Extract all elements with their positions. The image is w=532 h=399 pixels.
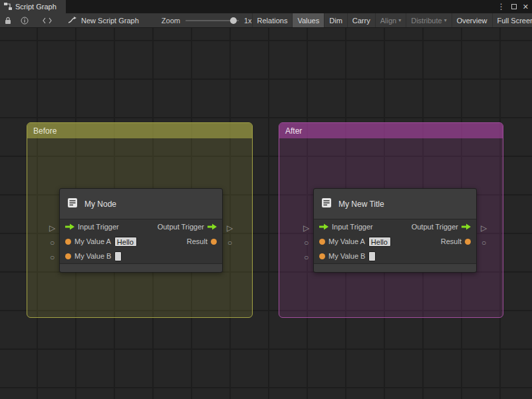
output-trigger-label: Output Trigger — [158, 223, 204, 231]
distribute-button: Distribute ▾ — [406, 13, 451, 27]
carry-button[interactable]: Carry — [347, 13, 375, 27]
align-label: Align — [380, 17, 396, 25]
code-icon[interactable] — [33, 13, 61, 27]
my-value-a-input[interactable]: Hello — [368, 237, 391, 247]
my-value-b-label: My Value B — [329, 252, 365, 260]
port-row-value-a: My Value A Hello Result — [314, 234, 476, 249]
kebab-menu-icon[interactable]: ⋮ — [497, 2, 505, 11]
fullscreen-button[interactable]: Full Screen — [492, 13, 532, 27]
graph-name-label: New Script Graph — [81, 17, 139, 25]
group-after-header[interactable]: After — [279, 123, 503, 138]
input-trigger-port: Input Trigger — [319, 223, 373, 231]
port-row-value-b: My Value B — [60, 249, 222, 263]
group-before-header[interactable]: Before — [27, 123, 252, 138]
group-before[interactable]: Before My Node Input Trigger — [27, 122, 253, 318]
result-label: Result — [441, 237, 462, 245]
script-graph-asset-icon — [68, 16, 77, 25]
graph-canvas[interactable]: Before My Node Input Trigger — [0, 28, 532, 399]
close-icon[interactable]: ✕ — [523, 3, 529, 11]
graph-name: New Script Graph — [61, 16, 146, 25]
node-body: Input Trigger Output Trigger My Value A … — [60, 219, 222, 263]
my-value-b-input[interactable] — [368, 251, 376, 261]
lock-icon[interactable] — [0, 13, 16, 27]
value-port-icon[interactable] — [319, 253, 325, 259]
output-trigger-connector[interactable]: ▷ — [225, 223, 235, 233]
maximize-icon[interactable] — [511, 4, 517, 9]
my-value-b-label: My Value B — [74, 252, 111, 260]
info-icon[interactable] — [16, 13, 33, 27]
overview-button[interactable]: Overview — [452, 13, 492, 27]
result-connector[interactable]: ○ — [479, 238, 489, 247]
window-controls: ⋮ ✕ — [497, 0, 529, 13]
output-trigger-port: Output Trigger — [412, 223, 471, 231]
node-title: My New Title — [338, 200, 384, 209]
port-row-value-a: My Value A Hello Result — [60, 234, 222, 249]
group-after[interactable]: After My New Title Input Trigger — [279, 122, 503, 318]
distribute-label: Distribute — [411, 17, 442, 25]
my-value-a-connector[interactable]: ○ — [47, 238, 57, 247]
values-button[interactable]: Values — [292, 13, 324, 27]
node-footer — [60, 263, 222, 272]
my-value-a-port: My Value A Hello — [65, 237, 137, 247]
zoom-label: Zoom — [162, 17, 180, 25]
value-port-icon[interactable] — [465, 239, 471, 245]
my-value-b-connector[interactable]: ○ — [301, 253, 311, 262]
relations-button[interactable]: Relations — [252, 13, 293, 27]
my-value-a-label: My Value A — [74, 237, 111, 245]
result-port: Result — [441, 237, 471, 245]
my-value-a-label: My Value A — [329, 237, 365, 245]
script-graph-tab-icon — [4, 3, 12, 11]
zoom-value: 1x — [244, 17, 252, 25]
my-value-b-port: My Value B — [65, 251, 122, 261]
my-value-a-connector[interactable]: ○ — [301, 238, 311, 247]
my-value-a-input[interactable]: Hello — [114, 237, 137, 247]
zoom-slider[interactable] — [186, 20, 239, 21]
port-row-value-b: My Value B — [314, 249, 476, 263]
node-body: Input Trigger Output Trigger My Value A … — [314, 219, 476, 263]
node-footer — [314, 263, 476, 272]
carry-label: Carry — [352, 17, 370, 25]
node-header[interactable]: My Node — [60, 189, 222, 219]
input-trigger-label: Input Trigger — [332, 223, 373, 231]
my-value-a-port: My Value A Hello — [319, 237, 391, 247]
dim-button[interactable]: Dim — [324, 13, 347, 27]
zoom-slider-handle[interactable] — [230, 17, 237, 24]
tab-bar: Script Graph ⋮ ✕ — [0, 0, 532, 13]
output-trigger-label: Output Trigger — [412, 223, 458, 231]
node-header[interactable]: My New Title — [314, 189, 476, 219]
node-title: My Node — [84, 200, 116, 209]
my-value-b-input[interactable] — [114, 251, 122, 261]
chevron-down-icon: ▾ — [398, 17, 401, 23]
my-value-b-port: My Value B — [319, 251, 376, 261]
zoom-control: Zoom 1x — [162, 17, 252, 25]
port-row-triggers: Input Trigger Output Trigger — [314, 219, 476, 234]
toolbar-view-buttons: Relations Values Dim Carry Align ▾ Distr… — [252, 13, 532, 27]
overview-label: Overview — [457, 17, 487, 25]
relations-label: Relations — [257, 17, 288, 25]
align-button: Align ▾ — [375, 13, 406, 27]
output-trigger-connector[interactable]: ▷ — [479, 223, 489, 233]
result-label: Result — [187, 237, 207, 245]
my-value-b-connector[interactable]: ○ — [47, 253, 57, 262]
output-trigger-port: Output Trigger — [158, 223, 217, 231]
value-port-icon[interactable] — [319, 239, 325, 245]
tab-script-graph[interactable]: Script Graph — [0, 0, 66, 13]
node-my-new-title[interactable]: My New Title Input Trigger Output Trigge… — [313, 188, 477, 273]
trigger-arrow-icon[interactable] — [207, 223, 217, 230]
dim-label: Dim — [329, 17, 342, 25]
unit-icon — [66, 197, 78, 211]
chevron-down-icon: ▾ — [444, 17, 447, 23]
input-trigger-connector[interactable]: ▷ — [47, 223, 57, 233]
node-my-node[interactable]: My Node Input Trigger Output Trigger — [59, 188, 223, 273]
result-port: Result — [187, 237, 217, 245]
trigger-arrow-icon[interactable] — [65, 223, 74, 230]
input-trigger-connector[interactable]: ▷ — [301, 223, 311, 233]
result-connector[interactable]: ○ — [225, 238, 235, 247]
value-port-icon[interactable] — [65, 253, 71, 259]
trigger-arrow-icon[interactable] — [319, 223, 329, 230]
tab-title: Script Graph — [15, 3, 57, 11]
value-port-icon[interactable] — [65, 239, 71, 245]
fullscreen-label: Full Screen — [497, 17, 532, 25]
value-port-icon[interactable] — [211, 239, 217, 245]
trigger-arrow-icon[interactable] — [462, 223, 471, 230]
